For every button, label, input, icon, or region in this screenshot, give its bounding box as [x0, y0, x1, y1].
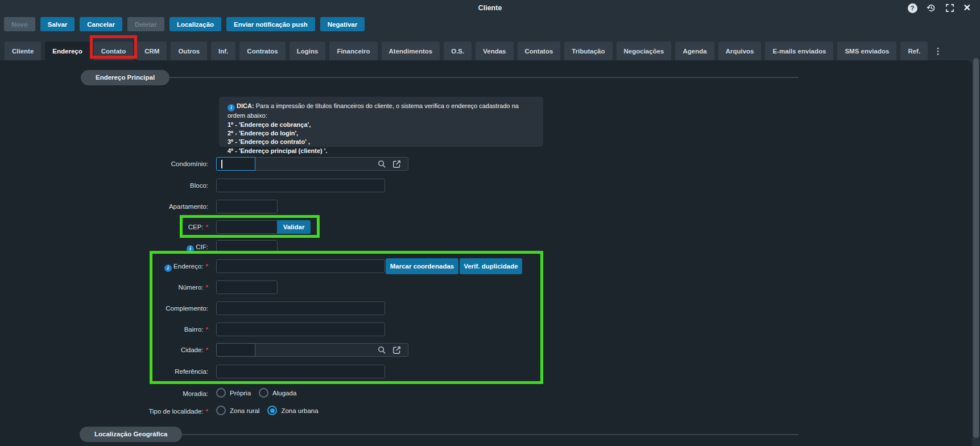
localizacao-button[interactable]: Localização: [169, 17, 221, 31]
tab-endereco[interactable]: Endereço: [45, 42, 89, 60]
tip-box: i DICA: Para a impressão de títulos fina…: [219, 97, 543, 147]
cancelar-button[interactable]: Cancelar: [80, 17, 122, 31]
section-localizacao-geografica: Localização Geográfica: [80, 427, 182, 442]
field-row-apartamento: Apartamento:: [0, 200, 569, 213]
close-icon[interactable]: ✕: [964, 3, 971, 13]
salvar-button[interactable]: Salvar: [40, 17, 75, 31]
tab-sms-enviados[interactable]: SMS enviados: [837, 42, 896, 60]
titlebar: Cliente ? ✕: [0, 0, 980, 15]
tab-financeiro[interactable]: Financeiro: [329, 42, 377, 60]
required-asterisk: *: [206, 224, 208, 230]
tip-line: 4º - 'Endereço principal (cliente) '.: [228, 147, 328, 154]
tab-inf[interactable]: Inf.: [211, 42, 235, 60]
info-icon[interactable]: i: [187, 245, 194, 253]
radio-circle-icon: [216, 388, 226, 398]
tip-line: 3º - 'Endereço do contrato' ,: [228, 138, 310, 145]
search-icon[interactable]: [377, 159, 387, 169]
tab-arquivos[interactable]: Arquivos: [718, 42, 762, 60]
required-asterisk: *: [206, 346, 208, 353]
cidade-input[interactable]: [216, 343, 255, 357]
tab-contato[interactable]: Contato: [94, 42, 133, 60]
tab-contato-label: Contato: [101, 48, 126, 55]
deletar-button[interactable]: Deletar: [127, 17, 164, 31]
page-title: Cliente: [0, 4, 980, 12]
tipo-localidade-label: Tipo de localidade:*: [0, 404, 208, 418]
tab-outros[interactable]: Outros: [171, 42, 207, 60]
referencia-input[interactable]: [216, 365, 385, 378]
field-row-condominio: Condomínio:: [0, 157, 569, 171]
vertical-scrollbar[interactable]: [973, 58, 979, 438]
bloco-input[interactable]: [216, 179, 385, 192]
bairro-label: Bairro:*: [0, 323, 208, 336]
condominio-lookup: [216, 157, 408, 171]
novo-button[interactable]: Novo: [4, 17, 35, 31]
marcar-coordenadas-button[interactable]: Marcar coordenadas: [386, 258, 458, 274]
tab-tributacao[interactable]: Tributação: [564, 42, 612, 60]
help-icon[interactable]: ?: [908, 3, 917, 13]
radio-checked-icon: [267, 406, 277, 415]
numero-input[interactable]: [216, 280, 278, 294]
cidade-label: Cidade:*: [0, 343, 208, 357]
tab-atendimentos[interactable]: Atendimentos: [382, 42, 440, 60]
tip-line: 1º - 'Endereço de cobrança',: [228, 121, 311, 128]
required-asterisk: *: [206, 326, 208, 333]
client-window: Cliente ? ✕ Novo Salvar Cancelar Deletar…: [0, 0, 980, 446]
tab-cliente[interactable]: Cliente: [5, 42, 41, 60]
tab-vendas[interactable]: Vendas: [475, 42, 513, 60]
radio-circle-icon: [216, 406, 226, 415]
endereco-input[interactable]: [216, 259, 385, 273]
cep-label: CEP:*: [0, 220, 208, 234]
external-link-icon[interactable]: [392, 345, 402, 355]
moradia-label: Moradia:: [0, 387, 208, 400]
tab-emails-enviados[interactable]: E-mails enviados: [765, 42, 833, 60]
tipo-localidade-radio-group: Zona rural Zona urbana: [216, 406, 319, 415]
tab-os[interactable]: O.S.: [444, 42, 472, 60]
required-asterisk: *: [206, 263, 208, 270]
apartamento-input[interactable]: [216, 200, 278, 213]
tab-agenda[interactable]: Agenda: [675, 42, 714, 60]
red-annotation-box: [90, 35, 137, 59]
bloco-label: Bloco:: [0, 179, 208, 192]
tip-title: DICA:: [237, 102, 254, 109]
required-asterisk: *: [206, 284, 208, 291]
tab-contatos[interactable]: Contatos: [518, 42, 561, 60]
bairro-input[interactable]: [216, 323, 385, 336]
radio-zona-urbana[interactable]: Zona urbana: [267, 406, 318, 415]
radio-propria[interactable]: Própria: [216, 388, 251, 398]
external-link-icon[interactable]: [392, 159, 402, 169]
more-tabs-icon[interactable]: ⋮: [932, 42, 944, 60]
radio-zona-rural[interactable]: Zona rural: [216, 406, 259, 415]
cif-input[interactable]: [216, 240, 278, 254]
tab-logins[interactable]: Logins: [290, 42, 326, 60]
toolbar: Novo Salvar Cancelar Deletar Localização…: [4, 17, 365, 31]
radio-alugada[interactable]: Alugada: [259, 388, 296, 398]
tab-ref[interactable]: Ref.: [900, 42, 928, 60]
negativar-button[interactable]: Negativar: [320, 17, 365, 31]
numero-label: Número:*: [0, 280, 208, 294]
tip-line: 2º - 'Endereço do login',: [228, 130, 298, 137]
field-row-cidade: Cidade:*: [0, 343, 569, 357]
field-row-moradia: Moradia: Própria Alugada: [0, 387, 569, 400]
field-row-numero: Número:*: [0, 280, 569, 294]
tab-contratos[interactable]: Contratos: [239, 42, 285, 60]
cep-input[interactable]: [216, 220, 278, 234]
fullscreen-icon[interactable]: [945, 3, 955, 13]
validar-button[interactable]: Validar: [277, 220, 311, 234]
search-icon[interactable]: [377, 345, 387, 355]
field-row-referencia: Referência:: [0, 365, 569, 378]
section-divider: [155, 77, 799, 78]
apartamento-label: Apartamento:: [0, 200, 208, 213]
complemento-input[interactable]: [216, 302, 385, 315]
info-icon[interactable]: i: [164, 265, 172, 272]
field-row-bloco: Bloco:: [0, 179, 569, 192]
cidade-lookup: [216, 343, 408, 357]
referencia-label: Referência:: [0, 365, 208, 378]
tab-negociacoes[interactable]: Negociações: [617, 42, 672, 60]
enviar-notificacao-push-button[interactable]: Enviar notificação push: [226, 17, 315, 31]
condominio-label: Condomínio:: [0, 157, 208, 171]
history-icon[interactable]: [926, 3, 936, 13]
verif-duplicidade-button[interactable]: Verif. duplicidade: [460, 258, 522, 274]
section-divider: [162, 434, 799, 435]
tab-crm[interactable]: CRM: [137, 42, 167, 60]
cif-label: i CIF:: [0, 240, 208, 254]
